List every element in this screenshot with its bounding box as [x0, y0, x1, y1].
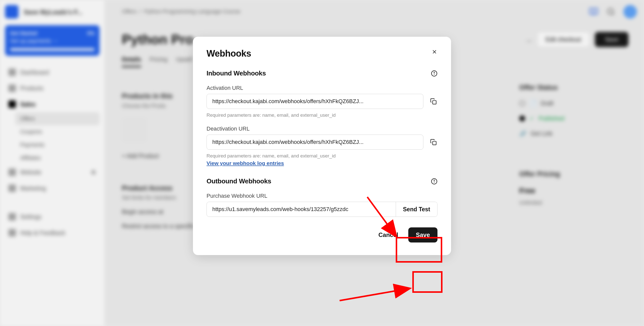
- webhooks-modal: Webhooks Inbound Webhooks Activation URL…: [193, 37, 451, 255]
- purchase-webhook-row: https://u1.savemyleads.com/web-hooks/132…: [207, 202, 437, 217]
- outbound-info-button[interactable]: [431, 178, 437, 185]
- info-icon: [431, 70, 437, 77]
- outbound-section-header: Outbound Webhooks: [207, 177, 437, 185]
- svg-point-11: [434, 180, 434, 180]
- activation-help-text: Required parameters are: name, email, an…: [207, 112, 437, 118]
- copy-icon: [430, 98, 437, 105]
- close-button[interactable]: [430, 48, 438, 56]
- activation-url-label: Activation URL: [207, 85, 437, 91]
- activation-url-input[interactable]: https://checkout.kajabi.com/webhooks/off…: [207, 94, 423, 109]
- inbound-info-button[interactable]: [431, 70, 437, 77]
- modal-title: Webhooks: [207, 48, 437, 59]
- purchase-webhook-label: Purchase Webhook URL: [207, 193, 437, 199]
- save-button[interactable]: Save: [408, 227, 437, 242]
- inbound-section-header: Inbound Webhooks: [207, 69, 437, 77]
- outbound-title: Outbound Webhooks: [207, 177, 271, 185]
- cancel-button[interactable]: Cancel: [378, 231, 398, 238]
- copy-icon: [430, 139, 437, 145]
- view-webhook-logs-link[interactable]: View your webhook log entries: [207, 160, 284, 166]
- svg-point-6: [434, 72, 434, 72]
- purchase-webhook-input[interactable]: https://u1.savemyleads.com/web-hooks/132…: [207, 202, 396, 217]
- inbound-title: Inbound Webhooks: [207, 69, 266, 77]
- copy-deactivation-button[interactable]: [429, 138, 437, 146]
- svg-rect-7: [433, 101, 436, 104]
- close-icon: [432, 49, 437, 55]
- modal-footer: Cancel Save: [207, 227, 437, 242]
- info-icon: [431, 178, 437, 185]
- svg-rect-8: [433, 141, 436, 145]
- deactivation-url-input[interactable]: https://checkout.kajabi.com/webhooks/off…: [207, 135, 423, 150]
- copy-activation-button[interactable]: [429, 97, 437, 105]
- modal-overlay: Webhooks Inbound Webhooks Activation URL…: [0, 0, 644, 326]
- deactivation-help-text: Required parameters are: name, email, an…: [207, 153, 437, 159]
- deactivation-url-label: Deactivation URL: [207, 126, 437, 132]
- send-test-button[interactable]: Send Test: [396, 202, 437, 217]
